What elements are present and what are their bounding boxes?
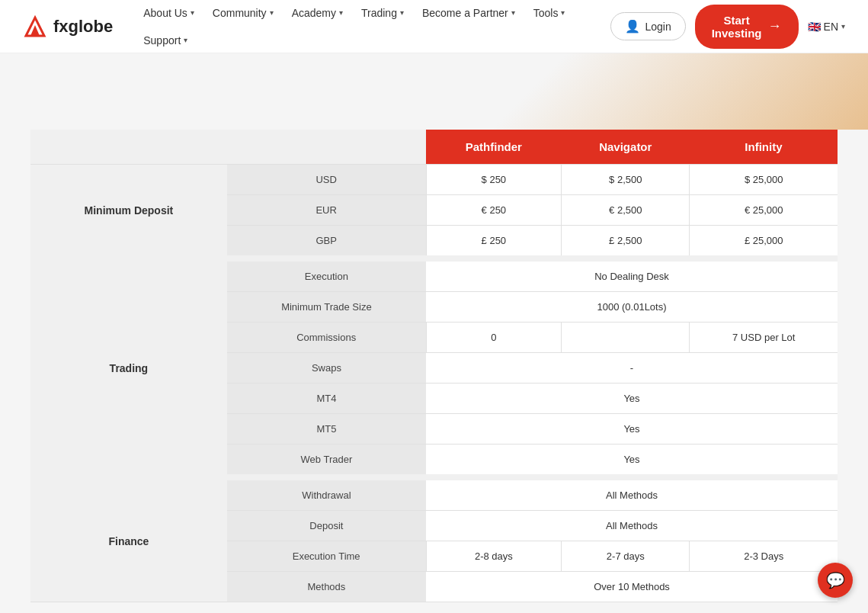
span-cell: 1000 (0.01Lots) [426, 292, 838, 323]
span-cell: All Methods [426, 477, 838, 511]
logo-text: fxglobe [53, 17, 113, 37]
row-label: USD [227, 165, 426, 195]
chat-icon: 💬 [826, 571, 845, 589]
nav-about-us[interactable]: About Us ▾ [136, 1, 202, 25]
span-cell: - [426, 353, 838, 384]
nav-items: About Us ▾ Community ▾ Academy ▾ Trading… [136, 1, 610, 53]
nav-academy[interactable]: Academy ▾ [284, 1, 351, 25]
data-cell [562, 323, 690, 353]
table-wrapper: Pathfinder Navigator Infinity Minimum De… [0, 130, 868, 613]
data-cell: £ 2,500 [562, 226, 690, 259]
chevron-down-icon: ▾ [184, 36, 187, 44]
row-label: EUR [227, 195, 426, 226]
chevron-down-icon: ▾ [191, 8, 194, 17]
flag-icon: 🇬🇧 [808, 21, 821, 33]
user-icon: 👤 [625, 19, 640, 34]
chevron-down-icon: ▾ [270, 8, 274, 17]
comparison-table: Pathfinder Navigator Infinity Minimum De… [30, 130, 838, 602]
nav-partner[interactable]: Become a Partner ▾ [415, 1, 523, 25]
navbar: fxglobe About Us ▾ Community ▾ Academy ▾… [0, 0, 868, 53]
chevron-down-icon: ▾ [561, 8, 565, 17]
span-cell: Yes [426, 445, 838, 478]
row-label: Execution [227, 258, 426, 292]
data-cell: 7 USD per Lot [690, 323, 838, 353]
logo-icon [23, 14, 47, 39]
section-label: Minimum Deposit [30, 165, 227, 259]
table-row: Minimum DepositUSD$ 250$ 2,500$ 25,000 [30, 165, 838, 195]
col-header-pathfinder: Pathfinder [426, 130, 562, 165]
chevron-down-icon: ▾ [339, 8, 343, 17]
nav-right: 👤 Login Start Investing → 🇬🇧 EN ▾ [610, 5, 845, 49]
row-label: MT4 [227, 384, 426, 414]
chat-button[interactable]: 💬 [818, 563, 853, 598]
data-cell: € 250 [426, 195, 562, 226]
table-row: TradingExecutionNo Dealing Desk [30, 258, 838, 292]
data-cell: € 2,500 [562, 195, 690, 226]
arrow-right-icon: → [768, 18, 782, 34]
nav-support[interactable]: Support ▾ [136, 28, 195, 53]
span-cell: Yes [426, 414, 838, 445]
start-investing-button[interactable]: Start Investing → [695, 5, 799, 49]
data-cell: $ 2,500 [562, 165, 690, 195]
col-header-infinity: Infinity [690, 130, 838, 165]
logo[interactable]: fxglobe [23, 14, 113, 39]
span-cell: Yes [426, 384, 838, 414]
data-cell: $ 25,000 [690, 165, 838, 195]
svg-marker-1 [30, 25, 40, 36]
nav-community[interactable]: Community ▾ [205, 1, 281, 25]
section-label: Finance [30, 477, 227, 602]
nav-trading[interactable]: Trading ▾ [354, 1, 412, 25]
row-label: Swaps [227, 353, 426, 384]
col-header-navigator: Navigator [562, 130, 690, 165]
nav-tools[interactable]: Tools ▾ [526, 1, 573, 25]
hero-decoration [0, 53, 868, 130]
row-label: GBP [227, 226, 426, 259]
main-content: Pathfinder Navigator Infinity Minimum De… [0, 53, 868, 613]
row-label: Minimum Trade Size [227, 292, 426, 323]
row-label: Execution Time [227, 541, 426, 572]
table-row: FinanceWithdrawalAll Methods [30, 477, 838, 511]
data-cell: $ 250 [426, 165, 562, 195]
row-label: Web Trader [227, 445, 426, 478]
row-label: Withdrawal [227, 477, 426, 511]
chevron-down-icon: ▾ [400, 8, 404, 17]
section-label: Trading [30, 258, 227, 477]
data-cell: £ 25,000 [690, 226, 838, 259]
row-label: MT5 [227, 414, 426, 445]
row-label: Deposit [227, 511, 426, 541]
chevron-down-icon: ▾ [841, 22, 845, 30]
data-cell: € 25,000 [690, 195, 838, 226]
row-label: Methods [227, 572, 426, 602]
span-cell: All Methods [426, 511, 838, 541]
span-cell: No Dealing Desk [426, 258, 838, 292]
data-cell: 2-8 days [426, 541, 562, 572]
language-selector[interactable]: 🇬🇧 EN ▾ [808, 21, 845, 33]
chevron-down-icon: ▾ [511, 8, 515, 17]
data-cell: £ 250 [426, 226, 562, 259]
row-label: Commissions [227, 323, 426, 353]
login-button[interactable]: 👤 Login [610, 12, 685, 40]
data-cell: 2-3 Days [690, 541, 838, 572]
span-cell: Over 10 Methods [426, 572, 838, 602]
data-cell: 0 [426, 323, 562, 353]
data-cell: 2-7 days [562, 541, 690, 572]
